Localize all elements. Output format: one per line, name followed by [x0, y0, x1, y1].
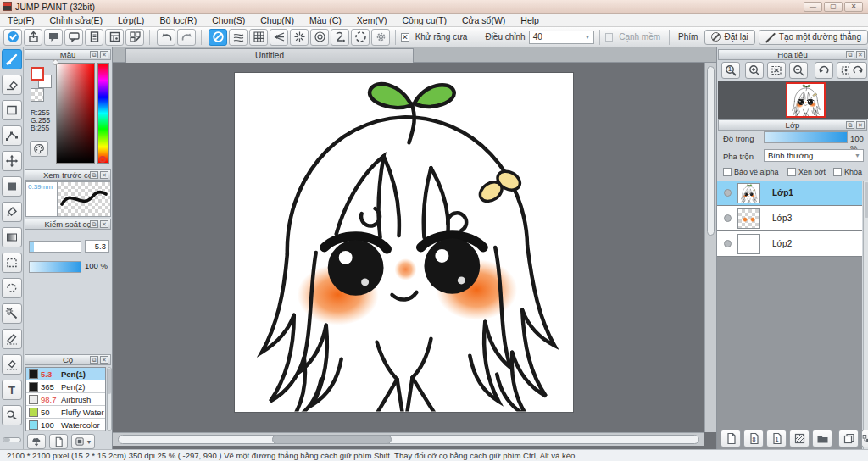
protect-alpha-checkbox[interactable]: Bảo vệ alpha [723, 168, 779, 176]
new-1bit-layer-button[interactable]: 1 [766, 430, 787, 447]
close-icon[interactable]: ✕ [100, 356, 108, 364]
clipping-checkbox[interactable]: Xén bớt [787, 168, 826, 176]
shape-brush-tool[interactable] [2, 100, 22, 120]
fill-shape-tool[interactable] [2, 176, 22, 197]
vertical-scrollbar[interactable] [704, 63, 716, 432]
menu-window[interactable]: Cửa sổ(W) [454, 15, 513, 25]
antialias-checkbox[interactable]: ✕ [401, 33, 409, 42]
text-tool[interactable]: T [2, 380, 22, 400]
blend-mode-dropdown[interactable]: Bình thường ▼ [764, 149, 864, 162]
popout-icon[interactable]: ⧉ [846, 121, 854, 129]
close-icon[interactable]: ✕ [100, 220, 108, 228]
menu-select[interactable]: Chọn(S) [204, 15, 253, 25]
layer-row-lop2[interactable]: Lớp2 [717, 231, 862, 257]
brush-row-watercolor[interactable]: 100 Watercolor [26, 419, 105, 431]
new-folder-button[interactable] [812, 430, 832, 447]
gradient-tool[interactable] [2, 227, 22, 247]
move-tool[interactable] [2, 151, 22, 171]
brush-row-airbrush[interactable]: 98.7 Airbrush [26, 393, 105, 406]
lock-checkbox[interactable]: Khóa [833, 168, 862, 176]
undo-button[interactable] [157, 29, 175, 46]
popout-icon[interactable]: ⧉ [90, 220, 98, 228]
canvas-viewport[interactable] [113, 63, 704, 432]
brush-row-fluffy-water[interactable]: 50 Fluffy Water [26, 406, 105, 419]
tool-size-slider[interactable] [3, 437, 21, 442]
polyline-tool[interactable] [2, 125, 22, 146]
snap-vanishing-button[interactable] [270, 29, 288, 46]
close-icon[interactable]: ✕ [856, 51, 865, 58]
rotate-left-button[interactable] [815, 62, 833, 79]
select-rect-tool[interactable] [2, 253, 22, 273]
close-icon[interactable]: ✕ [100, 171, 108, 179]
eraser-tool[interactable] [2, 75, 22, 95]
visibility-toggle-icon[interactable] [724, 214, 732, 222]
select-pen-tool[interactable] [2, 329, 22, 349]
redo-button[interactable] [177, 29, 196, 46]
lasso-tool[interactable] [2, 278, 22, 298]
snap-concentric-button[interactable] [310, 29, 329, 46]
zoom-in-button[interactable] [745, 62, 764, 79]
new-layer-button[interactable] [721, 430, 741, 447]
bucket-tool[interactable] [2, 202, 22, 222]
popout-icon[interactable]: ⧉ [846, 51, 854, 58]
brush-opacity-slider[interactable] [29, 261, 81, 273]
popout-icon[interactable]: ⧉ [90, 51, 98, 58]
visibility-toggle-icon[interactable] [724, 189, 732, 197]
select-eraser-tool[interactable] [2, 354, 22, 375]
adjust-dropdown[interactable]: 40 ▼ [529, 31, 594, 44]
add-brush-button[interactable] [49, 434, 68, 449]
brush-size-slider[interactable] [29, 241, 81, 253]
snap-ellipse-button[interactable] [351, 29, 370, 46]
new-8bit-layer-button[interactable]: 8 [743, 430, 764, 447]
layer-list-scrollbar[interactable] [863, 181, 868, 461]
reset-button[interactable]: Đặt lại [704, 30, 754, 45]
menu-edit[interactable]: Chỉnh sửa(E) [42, 15, 110, 25]
shape-select-tool[interactable] [2, 405, 22, 425]
rotate-right-button[interactable] [849, 62, 867, 79]
soft-edge-checkbox[interactable] [605, 33, 614, 42]
menu-tools[interactable]: Công cụ(T) [394, 15, 454, 25]
new-halftone-layer-button[interactable] [789, 430, 810, 447]
snap-off-button[interactable] [209, 29, 227, 46]
brush-row-pen2[interactable]: 365 Pen(2) [26, 380, 105, 393]
document-tab[interactable]: Untitled [125, 48, 414, 63]
document-button[interactable] [85, 29, 103, 46]
horizontal-scrollbar[interactable] [113, 432, 704, 446]
layer-row-lop3[interactable]: Lớp3 [717, 206, 862, 231]
brush-menu-button[interactable]: ▼ [71, 434, 95, 449]
merge-layer-button[interactable] [861, 430, 868, 447]
comment-button[interactable] [44, 29, 63, 46]
brush-row-pen1[interactable]: 5.3 Pen(1) [26, 368, 105, 380]
menu-filter[interactable]: Bộ lọc(R) [152, 15, 204, 25]
close-icon[interactable]: ✕ [856, 121, 865, 129]
visibility-toggle-icon[interactable] [724, 240, 732, 247]
saturation-value-picker[interactable] [56, 63, 95, 164]
hue-bar[interactable] [97, 63, 109, 164]
maximize-button[interactable]: ▢ [824, 2, 843, 12]
brush-tool[interactable] [2, 49, 22, 69]
popout-icon[interactable]: ⧉ [90, 171, 98, 179]
menu-help[interactable]: Help [513, 15, 547, 25]
menu-layer[interactable]: Lớp(L) [110, 15, 152, 25]
snap-radial-button[interactable] [290, 29, 309, 46]
drawing-canvas[interactable] [235, 73, 573, 412]
close-icon[interactable]: ✕ [100, 51, 108, 58]
storyboard-button[interactable] [105, 29, 124, 46]
menu-file[interactable]: Tệp(F) [0, 15, 42, 25]
duplicate-layer-button[interactable] [838, 430, 859, 447]
straight-line-button[interactable]: Tạo một đường thẳng [759, 30, 868, 45]
brush-size-field[interactable]: 5.3 [85, 240, 109, 253]
snap-grid-button[interactable] [249, 29, 268, 46]
fit-screen-button[interactable] [767, 62, 786, 79]
layer-opacity-slider[interactable] [764, 131, 848, 143]
popout-icon[interactable]: ⧉ [90, 356, 98, 364]
menu-view[interactable]: Xem(V) [349, 15, 395, 25]
minimize-button[interactable]: — [804, 2, 822, 12]
snap-parallel-button[interactable] [229, 29, 248, 46]
foreground-color-swatch[interactable] [31, 67, 44, 81]
cloud-save-button[interactable] [3, 29, 22, 46]
snap-settings-button[interactable] [371, 29, 390, 46]
navigator-preview-area[interactable] [718, 81, 868, 119]
brush-download-button[interactable] [27, 434, 46, 449]
navigator-view-frame[interactable] [786, 82, 826, 118]
